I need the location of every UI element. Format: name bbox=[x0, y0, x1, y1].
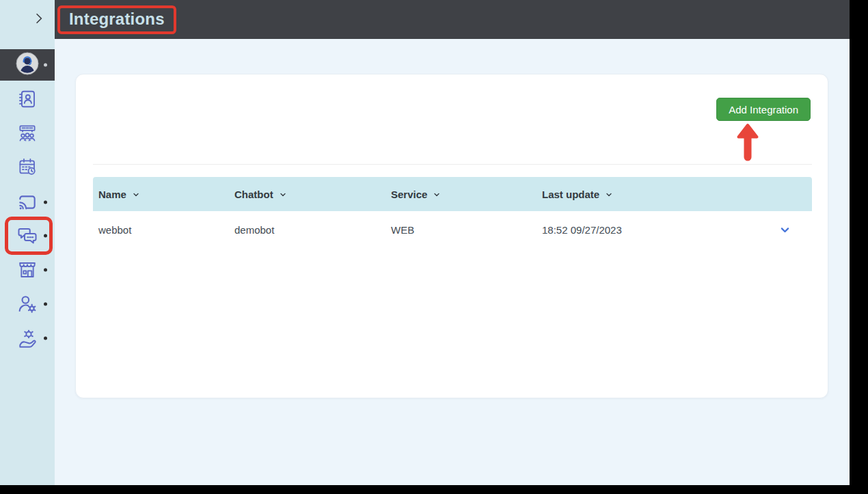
sort-chevron-icon bbox=[132, 191, 140, 199]
sidebar bbox=[0, 0, 55, 485]
table-header: Name Chatbot Service Last update bbox=[93, 177, 812, 211]
storefront-icon bbox=[16, 259, 38, 281]
cell-service: WEB bbox=[391, 224, 542, 236]
agent-avatar-icon bbox=[16, 52, 39, 78]
annotation-arrow-icon bbox=[735, 122, 760, 162]
user-gear-icon bbox=[16, 293, 38, 315]
cell-name: webbot bbox=[98, 224, 234, 236]
chevron-right-icon bbox=[32, 10, 46, 29]
column-label: Chatbot bbox=[234, 189, 273, 200]
chevron-down-icon bbox=[779, 224, 791, 236]
column-label: Service bbox=[391, 189, 427, 200]
notification-dot bbox=[44, 337, 47, 340]
sidebar-item-broadcast[interactable] bbox=[0, 186, 55, 219]
table-row: webbot demobot WEB 18:52 09/27/2023 bbox=[93, 211, 812, 248]
notification-dot bbox=[44, 64, 47, 67]
page-title: Integrations bbox=[69, 10, 165, 28]
cast-icon bbox=[16, 191, 38, 213]
chat-bubbles-icon bbox=[16, 225, 38, 247]
add-integration-button[interactable]: Add Integration bbox=[716, 98, 811, 121]
cell-chatbot: demobot bbox=[234, 224, 391, 236]
notification-dot bbox=[44, 234, 47, 238]
sort-chevron-icon bbox=[433, 191, 441, 199]
topbar: Integrations bbox=[55, 0, 850, 39]
cell-last-update: 18:52 09/27/2023 bbox=[542, 224, 757, 236]
sidebar-item-services[interactable] bbox=[0, 322, 55, 355]
column-header-last-update[interactable]: Last update bbox=[542, 189, 757, 200]
column-label: Name bbox=[98, 189, 126, 200]
sidebar-item-store[interactable] bbox=[0, 253, 55, 286]
notification-dot bbox=[44, 269, 47, 272]
column-header-service[interactable]: Service bbox=[391, 189, 542, 200]
annotation-highlight-title: Integrations bbox=[57, 5, 176, 34]
integrations-card: Add Integration Name Chatbot bbox=[75, 74, 828, 398]
sidebar-item-audience[interactable] bbox=[0, 117, 55, 150]
row-expand-button[interactable] bbox=[757, 224, 812, 236]
notification-dot bbox=[44, 201, 47, 204]
notification-dot bbox=[44, 303, 47, 306]
app-window: Integrations Add Integration Name Chatbo… bbox=[0, 0, 850, 485]
column-label: Last update bbox=[542, 189, 599, 200]
sort-chevron-icon bbox=[279, 191, 287, 199]
divider bbox=[93, 164, 812, 165]
sidebar-item-calendar[interactable] bbox=[0, 150, 55, 183]
main-content: Add Integration Name Chatbot bbox=[55, 39, 850, 485]
contacts-book-icon bbox=[17, 89, 38, 109]
sidebar-item-user-settings[interactable] bbox=[0, 288, 55, 320]
audience-icon bbox=[17, 123, 38, 143]
integrations-table: Name Chatbot Service Last update bbox=[93, 177, 812, 248]
sidebar-item-agent-profile[interactable] bbox=[0, 49, 55, 81]
column-header-chatbot[interactable]: Chatbot bbox=[234, 189, 391, 200]
column-header-name[interactable]: Name bbox=[98, 189, 234, 200]
hand-gear-icon bbox=[16, 327, 38, 349]
sidebar-item-contacts[interactable] bbox=[0, 83, 55, 115]
sidebar-item-chats[interactable] bbox=[0, 219, 55, 252]
sort-chevron-icon bbox=[605, 191, 613, 199]
calendar-clock-icon bbox=[17, 156, 38, 177]
sidebar-expand-button[interactable] bbox=[0, 0, 55, 39]
